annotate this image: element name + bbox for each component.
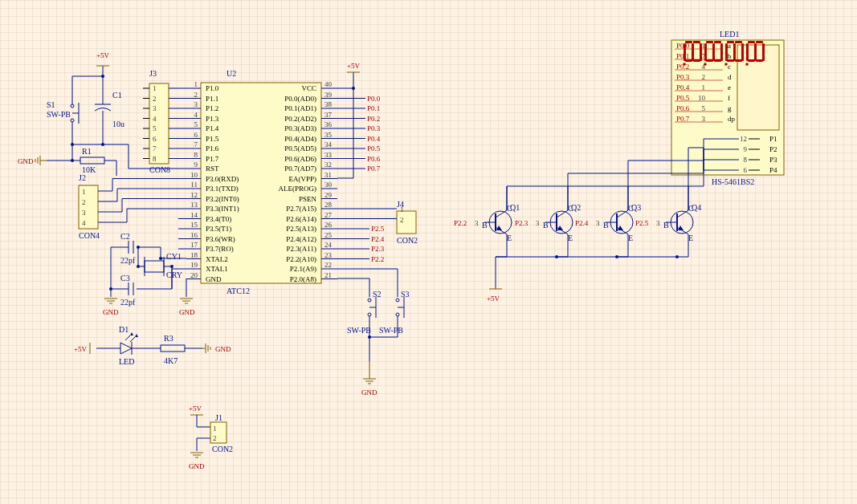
svg-text:P2.3: P2.3 [371, 245, 385, 253]
svg-text:22: 22 [324, 261, 332, 269]
svg-text:3: 3 [596, 219, 600, 227]
svg-text:4: 4 [194, 111, 198, 119]
svg-text:GND: GND [103, 308, 119, 316]
svg-text:3: 3 [153, 104, 157, 112]
svg-text:P3: P3 [769, 156, 777, 164]
svg-rect-480 [720, 43, 723, 61]
svg-point-479 [724, 63, 728, 66]
svg-text:12: 12 [190, 191, 198, 199]
svg-rect-467 [746, 43, 749, 61]
svg-text:27: 27 [324, 211, 333, 219]
svg-text:16: 16 [190, 231, 198, 239]
svg-text:1: 1 [400, 205, 404, 213]
svg-text:3: 3 [194, 100, 198, 108]
svg-text:8: 8 [153, 155, 157, 163]
svg-text:P0.5: P0.5 [367, 144, 381, 152]
svg-rect-19 [80, 157, 104, 164]
svg-point-30 [71, 159, 74, 162]
svg-text:P3.5(T1): P3.5(T1) [206, 225, 231, 233]
svg-text:CON4: CON4 [79, 231, 100, 240]
svg-text:P0.7(AD7): P0.7(AD7) [284, 165, 316, 173]
svg-text:3: 3 [536, 219, 540, 227]
svg-text:e: e [728, 83, 731, 91]
svg-rect-481 [714, 59, 721, 62]
svg-text:17: 17 [190, 241, 198, 249]
label-gnd-r1: GND [18, 157, 34, 165]
svg-point-471 [745, 63, 749, 66]
svg-text:+5V: +5V [74, 345, 88, 353]
svg-point-253 [368, 313, 371, 316]
svg-text:P3.2(INT0): P3.2(INT0) [206, 195, 239, 203]
svg-text:XTAL2: XTAL2 [206, 255, 228, 263]
svg-text:P1.2: P1.2 [206, 104, 218, 112]
svg-text:P0.5(AD5): P0.5(AD5) [284, 144, 316, 152]
svg-text:P1.7: P1.7 [206, 155, 219, 163]
svg-text:2: 2 [702, 73, 706, 81]
svg-text:P0.4: P0.4 [676, 83, 690, 91]
svg-text:P0.1: P0.1 [367, 104, 380, 112]
svg-text:3: 3 [82, 209, 86, 217]
svg-rect-492 [685, 41, 692, 43]
svg-text:4: 4 [82, 219, 86, 227]
svg-point-297 [159, 257, 162, 260]
svg-text:1: 1 [702, 83, 706, 91]
svg-text:B: B [603, 221, 609, 230]
svg-text:P3.3(INT1): P3.3(INT1) [206, 205, 239, 213]
svg-rect-465 [756, 59, 763, 62]
svg-marker-315 [120, 343, 132, 354]
svg-text:d: d [728, 73, 732, 81]
svg-point-17 [101, 75, 104, 78]
svg-text:f: f [728, 94, 730, 102]
svg-text:Q4: Q4 [692, 203, 701, 212]
svg-text:ATC12: ATC12 [226, 287, 250, 295]
svg-rect-475 [725, 43, 728, 61]
svg-point-12 [71, 119, 74, 122]
svg-text:13: 13 [190, 201, 198, 209]
svg-text:GND: GND [215, 345, 231, 353]
svg-text:B: B [543, 221, 549, 230]
svg-text:P0.2: P0.2 [676, 63, 689, 71]
svg-rect-488 [700, 43, 702, 61]
svg-text:P0.7: P0.7 [367, 165, 381, 173]
svg-rect-478 [733, 43, 736, 61]
svg-text:9: 9 [194, 161, 198, 169]
svg-text:B: B [482, 221, 488, 230]
svg-text:P2.5: P2.5 [371, 225, 385, 233]
svg-text:P2.3(A11): P2.3(A11) [287, 245, 316, 253]
svg-rect-470 [754, 43, 757, 61]
sw-s2s3: S2 SW-PB S3 SW-PB GND [337, 269, 410, 396]
svg-text:9: 9 [744, 145, 748, 153]
svg-text:E: E [568, 234, 573, 242]
svg-text:P1: P1 [769, 135, 777, 143]
svg-text:P2.5(A13): P2.5(A13) [286, 225, 316, 233]
svg-point-259 [396, 299, 399, 302]
svg-text:10: 10 [698, 94, 706, 102]
svg-text:S2: S2 [373, 290, 382, 299]
svg-text:7: 7 [194, 140, 198, 148]
svg-text:3: 3 [475, 219, 479, 227]
svg-text:4K7: 4K7 [164, 356, 178, 365]
svg-text:Q3: Q3 [631, 203, 641, 212]
svg-text:C1: C1 [112, 91, 122, 100]
svg-text:P2.3: P2.3 [515, 219, 528, 227]
svg-text:S1: S1 [47, 100, 55, 109]
cap-c1: C1 10u [95, 76, 124, 144]
svg-text:ALE(PROG): ALE(PROG) [279, 185, 317, 193]
svg-text:P2.1(A9): P2.1(A9) [290, 265, 316, 273]
svg-text:dp: dp [728, 115, 736, 123]
svg-text:P0.4: P0.4 [367, 135, 381, 143]
svg-rect-474 [727, 59, 734, 62]
svg-text:2: 2 [82, 198, 86, 206]
pwr-5v-vcc: +5V [337, 62, 361, 88]
svg-rect-282 [145, 261, 164, 272]
svg-text:U2: U2 [226, 69, 236, 78]
svg-point-29 [71, 143, 74, 146]
svg-text:1: 1 [82, 188, 86, 196]
svg-text:22pf: 22pf [120, 298, 136, 307]
svg-text:P2.6(A14): P2.6(A14) [286, 215, 316, 223]
svg-text:6: 6 [194, 131, 198, 139]
svg-text:GND: GND [361, 388, 377, 396]
svg-text:10: 10 [190, 171, 198, 179]
svg-rect-489 [693, 59, 700, 62]
svg-line-318 [130, 337, 135, 342]
